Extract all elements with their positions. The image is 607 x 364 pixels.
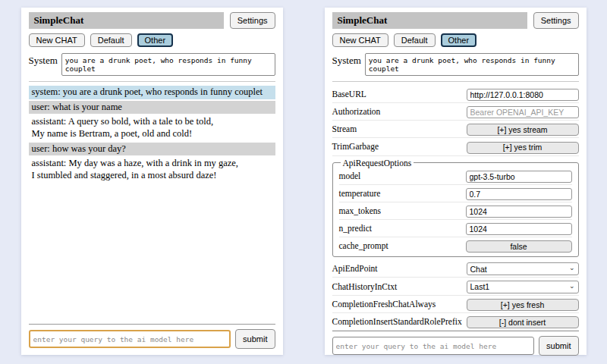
setting-row-model: model	[339, 168, 572, 185]
cache-prompt-control: false	[466, 239, 572, 253]
settings-panel: SimpleChat Settings New CHAT Default Oth…	[325, 8, 587, 355]
titlebar-row: SimpleChat Settings	[332, 12, 579, 29]
system-prompt-input[interactable]: you are a drunk poet, who responds in fu…	[365, 53, 579, 76]
query-input[interactable]	[332, 337, 535, 355]
titlebar-row: SimpleChat Settings	[29, 12, 275, 29]
chat-message-system: system: you are a drunk poet, who respon…	[29, 86, 275, 99]
chat-message-user: user: how was your day?	[29, 143, 275, 156]
tab-other[interactable]: Other	[137, 33, 174, 47]
setting-row-cache-prompt: cache_promptfalse	[339, 237, 572, 254]
setting-row-baseurl: BaseURL	[332, 86, 579, 103]
max-tokens-control	[466, 204, 572, 218]
chathistoryinctxt-select[interactable]: Last1	[467, 281, 579, 293]
n-predict-input[interactable]	[466, 223, 572, 235]
authorization-label: Authorization	[332, 107, 381, 116]
api-request-options-fieldset: ApiRequestOptions modeltemperaturemax_to…	[332, 158, 579, 257]
model-label: model	[339, 171, 361, 180]
completionfreshchatalways-control: [+] yes fresh	[467, 297, 579, 311]
query-divider	[29, 324, 275, 325]
stream-toggle-button[interactable]: [+] yes stream	[467, 124, 579, 136]
chathistoryinctxt-label: ChatHistoryInCtxt	[332, 282, 398, 291]
setting-row-completioninsertstandardroleprefix: CompletionInsertStandardRolePrefix[-] do…	[332, 313, 579, 331]
baseurl-label: BaseURL	[332, 89, 366, 99]
model-input[interactable]	[466, 171, 572, 183]
new-chat-button[interactable]: New CHAT	[332, 33, 388, 47]
chat-message-assistant: assistant: A query so bold, with a tale …	[29, 115, 275, 140]
new-chat-button[interactable]: New CHAT	[29, 33, 85, 47]
temperature-input[interactable]	[466, 188, 572, 200]
setting-row-authorization: Authorization	[332, 103, 579, 121]
system-prompt-label: System	[332, 53, 361, 76]
setting-row-max-tokens: max_tokens	[339, 202, 572, 220]
completioninsertstandardroleprefix-control: [-] dont insert	[467, 315, 579, 328]
max-tokens-label: max_tokens	[339, 206, 382, 215]
tab-other[interactable]: Other	[441, 33, 477, 47]
temperature-control	[466, 187, 572, 200]
stream-label: Stream	[332, 124, 357, 133]
header-divider	[29, 81, 275, 82]
baseurl-input[interactable]	[467, 89, 579, 101]
tab-default[interactable]: Default	[394, 33, 436, 47]
system-prompt-label: System	[29, 53, 58, 76]
settings-list: BaseURLAuthorizationStream[+] yes stream…	[332, 86, 579, 331]
settings-bottom-rows: ApiEndPointChat⌄ChatHistoryInCtxtLast1⌄C…	[332, 260, 579, 331]
settings-button[interactable]: Settings	[533, 12, 579, 29]
trimgarbage-control: [+] yes trim	[467, 140, 579, 153]
setting-row-apiendpoint: ApiEndPointChat⌄	[332, 260, 579, 278]
setting-row-trimgarbage: TrimGarbage[+] yes trim	[332, 138, 579, 155]
setting-row-completionfreshchatalways: CompletionFreshChatAlways[+] yes fresh	[332, 296, 579, 313]
completionfreshchatalways-toggle-button[interactable]: [+] yes fresh	[467, 299, 579, 311]
trimgarbage-label: TrimGarbage	[332, 142, 379, 151]
app-title: SimpleChat	[29, 12, 224, 29]
n-predict-label: n_predict	[339, 224, 372, 233]
baseurl-control	[467, 87, 579, 101]
query-area: submit	[29, 324, 275, 349]
chat-panel: SimpleChat Settings New CHAT Default Oth…	[21, 8, 283, 355]
query-area: submit	[332, 331, 579, 356]
completioninsertstandardroleprefix-label: CompletionInsertStandardRolePrefix	[332, 317, 462, 326]
chat-message-assistant: assistant: My day was a haze, with a dri…	[29, 157, 275, 182]
n-predict-control	[466, 221, 572, 235]
authorization-control	[467, 105, 579, 118]
app-title: SimpleChat	[332, 12, 527, 29]
setting-row-chathistoryinctxt: ChatHistoryInCtxtLast1⌄	[332, 278, 579, 296]
chat-message-list: system: you are a drunk poet, who respon…	[29, 86, 275, 184]
settings-button[interactable]: Settings	[230, 12, 275, 29]
chat-message-user: user: what is your name	[29, 101, 275, 115]
settings-top-rows: BaseURLAuthorizationStream[+] yes stream…	[332, 86, 579, 156]
setting-row-n-predict: n_predict	[339, 220, 572, 237]
setting-row-temperature: temperature	[339, 185, 572, 202]
query-row: submit	[29, 329, 275, 349]
cache-prompt-toggle-button[interactable]: false	[466, 240, 572, 253]
apiendpoint-control: Chat⌄	[467, 262, 579, 276]
header-divider	[332, 81, 579, 82]
api-request-options-rows: modeltemperaturemax_tokensn_predictcache…	[339, 168, 572, 254]
setting-row-stream: Stream[+] yes stream	[332, 121, 579, 138]
cache-prompt-label: cache_prompt	[339, 241, 388, 250]
query-row: submit	[332, 336, 579, 356]
authorization-input[interactable]	[467, 106, 579, 118]
submit-button[interactable]: submit	[235, 329, 275, 349]
tab-default[interactable]: Default	[90, 33, 132, 47]
chat-tabs: New CHAT Default Other	[332, 33, 579, 47]
submit-button[interactable]: submit	[539, 336, 578, 356]
chat-tabs: New CHAT Default Other	[29, 33, 275, 47]
stream-control: [+] yes stream	[467, 122, 579, 136]
system-prompt-row: System you are a drunk poet, who respond…	[29, 53, 275, 76]
query-input[interactable]	[29, 330, 231, 348]
apiendpoint-select[interactable]: Chat	[467, 262, 579, 275]
apiendpoint-label: ApiEndPoint	[332, 264, 378, 273]
completioninsertstandardroleprefix-toggle-button[interactable]: [-] dont insert	[467, 316, 579, 328]
system-prompt-row: System you are a drunk poet, who respond…	[332, 53, 579, 76]
temperature-label: temperature	[339, 189, 381, 198]
max-tokens-input[interactable]	[466, 206, 572, 218]
system-prompt-input[interactable]: you are a drunk poet, who responds in fu…	[61, 53, 275, 76]
model-control	[466, 169, 572, 183]
trimgarbage-toggle-button[interactable]: [+] yes trim	[467, 142, 579, 154]
chathistoryinctxt-control: Last1⌄	[467, 279, 579, 293]
api-request-options-legend: ApiRequestOptions	[341, 158, 414, 168]
completionfreshchatalways-label: CompletionFreshChatAlways	[332, 300, 436, 309]
query-divider	[332, 331, 579, 331]
